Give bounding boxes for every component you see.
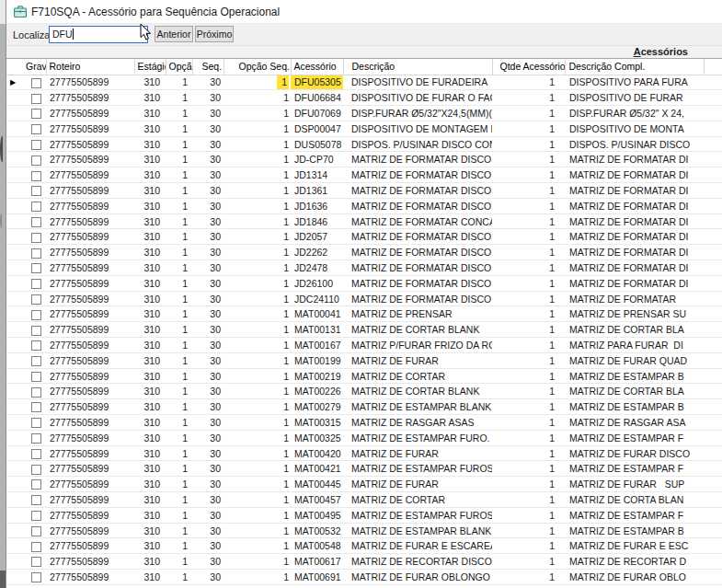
opcao-cell[interactable]: 1: [166, 275, 192, 291]
estagio-cell[interactable]: 310: [134, 430, 166, 445]
estagio-cell[interactable]: 310: [134, 291, 166, 306]
row-selector[interactable]: [6, 229, 26, 245]
row-selector[interactable]: [6, 136, 26, 152]
table-row[interactable]: 277755058993101301MAT00548MATRIZ DE FURA…: [6, 538, 722, 554]
estagio-cell[interactable]: 310: [134, 415, 166, 431]
descricao-compl-cell[interactable]: MATRIZ DE FORMATAR DI: [565, 260, 704, 276]
estagio-cell[interactable]: 310: [134, 260, 166, 276]
table-row[interactable]: 277755058993101301MAT00421MATRIZ DE ESTA…: [6, 461, 722, 477]
estagio-cell[interactable]: 310: [134, 213, 166, 229]
descricao-compl-cell[interactable]: MATRIZ DE CORTAR BLA: [565, 322, 704, 338]
estagio-cell[interactable]: 310: [134, 384, 166, 399]
seq-cell[interactable]: 30: [192, 152, 223, 167]
roteiro-cell[interactable]: 27775505899: [46, 275, 134, 291]
descricao-compl-cell[interactable]: MATRIZ DE PRENSAR SU: [565, 306, 704, 322]
table-row[interactable]: 277755058993101301DUS05078DISPOS. P/USIN…: [6, 136, 722, 152]
descricao-compl-cell[interactable]: MATRIZ DE ESTAMPAR F: [565, 461, 704, 477]
acessorio-cell[interactable]: MAT00691: [291, 570, 343, 585]
descricao-compl-cell[interactable]: MATRIZ DE CORTA BLAN: [565, 492, 704, 508]
row-selector[interactable]: [6, 445, 26, 461]
qtde-acessorio-cell[interactable]: 1: [492, 492, 565, 508]
roteiro-cell[interactable]: 27775505899: [46, 90, 134, 106]
seq-cell[interactable]: 30: [192, 198, 223, 213]
estagio-cell[interactable]: 310: [134, 492, 166, 508]
table-row[interactable]: 277755058993101301MAT00279MATRIZ DE ESTA…: [6, 399, 722, 415]
qtde-acessorio-cell[interactable]: 1: [492, 352, 565, 368]
row-selector[interactable]: [6, 430, 26, 445]
roteiro-cell[interactable]: 27775505899: [46, 229, 134, 245]
estagio-cell[interactable]: 310: [134, 338, 166, 353]
row-selector[interactable]: [6, 260, 26, 276]
row-selector[interactable]: [6, 352, 26, 368]
qtde-acessorio-cell[interactable]: 1: [492, 477, 565, 492]
gravar-checkbox[interactable]: [31, 326, 41, 336]
estagio-cell[interactable]: 310: [134, 306, 166, 322]
gravar-checkbox[interactable]: [31, 418, 41, 428]
qtde-acessorio-cell[interactable]: 1: [492, 167, 565, 183]
estagio-cell[interactable]: 310: [134, 152, 166, 167]
gravar-checkbox[interactable]: [31, 294, 41, 305]
table-row[interactable]: 277755058993101301JD-CP70MATRIZ DE FORMA…: [6, 152, 722, 167]
current-row-indicator[interactable]: ▶: [6, 75, 26, 90]
opcao-seq-cell[interactable]: 1: [223, 306, 291, 322]
descricao-cell[interactable]: MATRIZ DE ESTAMPAR BLANK: [343, 523, 492, 538]
row-selector[interactable]: [6, 183, 26, 199]
table-row[interactable]: 277755058993101301MAT00226MATRIZ DE CORT…: [6, 384, 722, 399]
opcao-seq-cell[interactable]: 1: [223, 415, 291, 431]
table-row[interactable]: 277755058993101301MAT00532MATRIZ DE ESTA…: [6, 523, 722, 538]
roteiro-cell[interactable]: 27775505899: [46, 260, 134, 276]
qtde-acessorio-cell[interactable]: 1: [492, 445, 565, 461]
acessorio-cell[interactable]: JD2057: [291, 229, 343, 245]
qtde-acessorio-cell[interactable]: 1: [492, 229, 565, 245]
descricao-compl-cell[interactable]: DISPOS. P/USINAR DISCO: [565, 136, 704, 152]
opcao-cell[interactable]: 1: [166, 368, 192, 384]
descricao-cell[interactable]: MATRIZ DE CORTAR BLANK: [343, 322, 492, 338]
table-row[interactable]: 277755058993101301MAT00219MATRIZ DE CORT…: [6, 368, 722, 384]
descricao-cell[interactable]: MATRIZ DE FURAR OBLONGO: [343, 570, 492, 585]
descricao-cell[interactable]: MATRIZ DE FORMATAR DISCOS: [343, 275, 492, 291]
opcao-cell[interactable]: 1: [166, 507, 192, 523]
descricao-compl-cell[interactable]: MATRIZ DE FORMATAR DI: [565, 167, 704, 183]
descricao-compl-cell[interactable]: MATRIZ DE FURAR QUAD: [565, 352, 704, 368]
acessorio-cell[interactable]: MAT00548: [291, 538, 343, 554]
descricao-cell[interactable]: MATRIZ DE FORMATAR DISCOS: [343, 245, 492, 260]
opcao-seq-cell[interactable]: 1: [223, 477, 291, 492]
opcao-seq-cell[interactable]: 1: [223, 523, 291, 538]
opcao-cell[interactable]: 1: [166, 90, 192, 106]
seq-cell[interactable]: 30: [192, 338, 223, 353]
gravar-checkbox[interactable]: [31, 495, 41, 505]
qtde-acessorio-cell[interactable]: 1: [492, 584, 565, 588]
gravar-checkbox[interactable]: [31, 263, 41, 273]
opcao-cell[interactable]: 1: [166, 338, 192, 353]
descricao-cell[interactable]: MATRIZ DE ESTAMPAR FURO.: [343, 430, 492, 445]
opcao-cell[interactable]: 1: [166, 75, 192, 90]
qtde-acessorio-cell[interactable]: 1: [492, 106, 565, 121]
descricao-compl-cell[interactable]: MATRIZ DE FORMATAR: [565, 291, 704, 306]
seq-cell[interactable]: 30: [192, 430, 223, 445]
opcao-cell[interactable]: 1: [166, 229, 192, 245]
row-selector[interactable]: [6, 554, 26, 570]
search-input[interactable]: DFU: [49, 26, 148, 43]
estagio-cell[interactable]: 310: [134, 229, 166, 245]
descricao-compl-cell[interactable]: MATRIZ DE FORMATAR DI: [565, 152, 704, 167]
seq-cell[interactable]: 30: [192, 213, 223, 229]
roteiro-cell[interactable]: 27775505899: [46, 507, 134, 523]
qtde-acessorio-cell[interactable]: 1: [492, 507, 565, 523]
opcao-cell[interactable]: 1: [166, 384, 192, 399]
estagio-cell[interactable]: 310: [134, 477, 166, 492]
roteiro-cell[interactable]: 27775505899: [46, 198, 134, 213]
roteiro-cell[interactable]: 27775505899: [46, 430, 134, 445]
gravar-checkbox[interactable]: [31, 248, 41, 259]
opcao-cell[interactable]: 1: [166, 523, 192, 538]
gravar-checkbox[interactable]: [31, 433, 41, 444]
table-row[interactable]: 277755058993101301JD1361MATRIZ DE FORMAT…: [6, 183, 722, 199]
acessorio-cell[interactable]: JD26100: [291, 275, 343, 291]
row-selector[interactable]: [6, 461, 26, 477]
acessorio-cell[interactable]: MAT00131: [291, 322, 343, 338]
qtde-acessorio-cell[interactable]: 1: [492, 306, 565, 322]
acessorio-cell[interactable]: MAT00445: [291, 477, 343, 492]
opcao-cell[interactable]: 1: [166, 213, 192, 229]
seq-cell[interactable]: 30: [192, 570, 223, 585]
acessorio-cell[interactable]: MAT00495: [291, 507, 343, 523]
opcao-seq-cell[interactable]: 1: [223, 445, 291, 461]
